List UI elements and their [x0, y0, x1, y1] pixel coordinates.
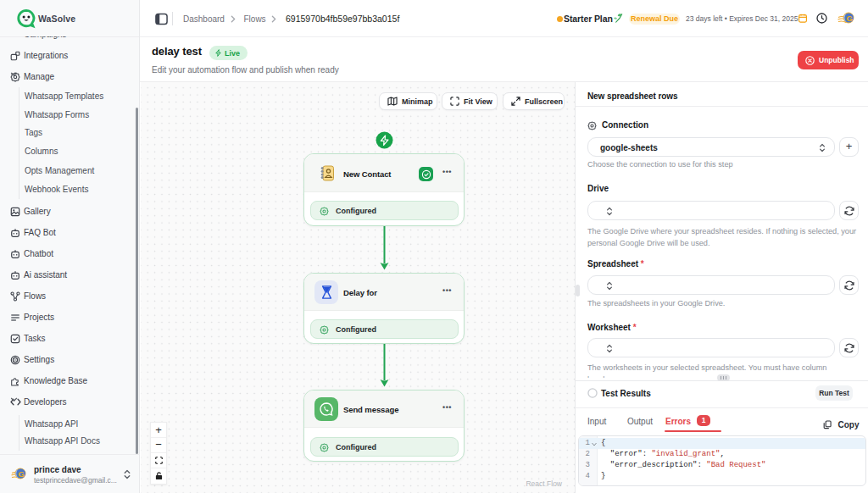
- svg-text:G: G: [19, 469, 25, 479]
- svg-text:G: G: [847, 14, 853, 23]
